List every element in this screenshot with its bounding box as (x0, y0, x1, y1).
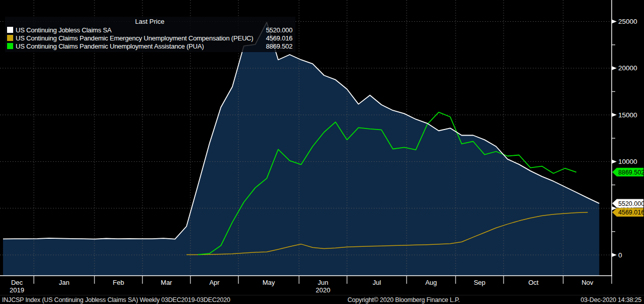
legend-box: Last Price US Continuing Jobless Claims … (5, 17, 295, 52)
y-axis-tick-label: 15000 (618, 111, 637, 119)
last-price-tag-value: 5520.000 (618, 200, 644, 207)
y-axis-tick-arrow-icon (612, 66, 617, 70)
legend-title: Last Price (7, 18, 292, 26)
security-description: INJCSP Index (US Continuing Jobless Clai… (2, 296, 230, 304)
claims-area-fill (3, 22, 599, 276)
timestamp: 03-Dec-2020 14:38:25 (581, 296, 641, 304)
status-bar: INJCSP Index (US Continuing Jobless Clai… (0, 295, 644, 304)
bloomberg-chart-window: DecJanFebMarAprMayJunJulAugSepOctNov2019… (0, 0, 644, 304)
y-axis-tick-label: 25000 (618, 18, 637, 25)
y-axis-tick-label: 10000 (618, 158, 637, 165)
month-label: Aug (425, 279, 437, 286)
series-last-price: 8869.502 (266, 42, 292, 50)
year-label: 2019 (10, 286, 24, 294)
month-label: Sep (474, 279, 485, 286)
month-label: Nov (581, 279, 593, 286)
series-last-price: 5520.000 (266, 26, 292, 34)
series-label: US Continuing Claims Pandemic Unemployme… (16, 42, 204, 50)
last-price-tag-value: 8869.502 (618, 169, 644, 176)
month-label: Feb (113, 279, 124, 286)
amber-series-swatch-icon (7, 35, 13, 41)
year-label: 2020 (316, 286, 330, 294)
last-price-tag-value: 4569.016 (618, 209, 644, 216)
y-axis-tick-label: 20000 (618, 64, 637, 72)
month-label: May (263, 279, 275, 286)
y-axis-tick-arrow-icon (612, 20, 617, 24)
green-series-swatch-icon (7, 43, 13, 49)
copyright-text: Copyright© 2020 Bloomberg Finance L.P. (348, 296, 460, 304)
legend-row-jobless-claims[interactable]: US Continuing Jobless Claims SA 5520.000 (7, 26, 292, 34)
series-last-price: 4569.016 (266, 34, 292, 42)
series-label: US Continuing Claims Pandemic Emergency … (16, 34, 253, 42)
y-axis-tick-arrow-icon (612, 159, 617, 163)
month-label: Apr (209, 279, 220, 286)
y-axis-tick-label: 0 (618, 251, 622, 259)
month-label: Oct (528, 279, 539, 286)
month-label: Jul (373, 279, 381, 286)
month-label: Jun (318, 279, 328, 286)
y-axis-tick-arrow-icon (612, 113, 617, 117)
series-label: US Continuing Jobless Claims SA (16, 26, 112, 34)
white-series-swatch-icon (7, 27, 13, 33)
y-axis-tick-arrow-icon (612, 253, 617, 257)
legend-row-pua[interactable]: US Continuing Claims Pandemic Unemployme… (7, 42, 292, 50)
month-label: Dec (11, 279, 23, 286)
legend-row-peuc[interactable]: US Continuing Claims Pandemic Emergency … (7, 34, 292, 42)
month-label: Mar (161, 279, 172, 286)
month-label: Jan (59, 279, 70, 286)
